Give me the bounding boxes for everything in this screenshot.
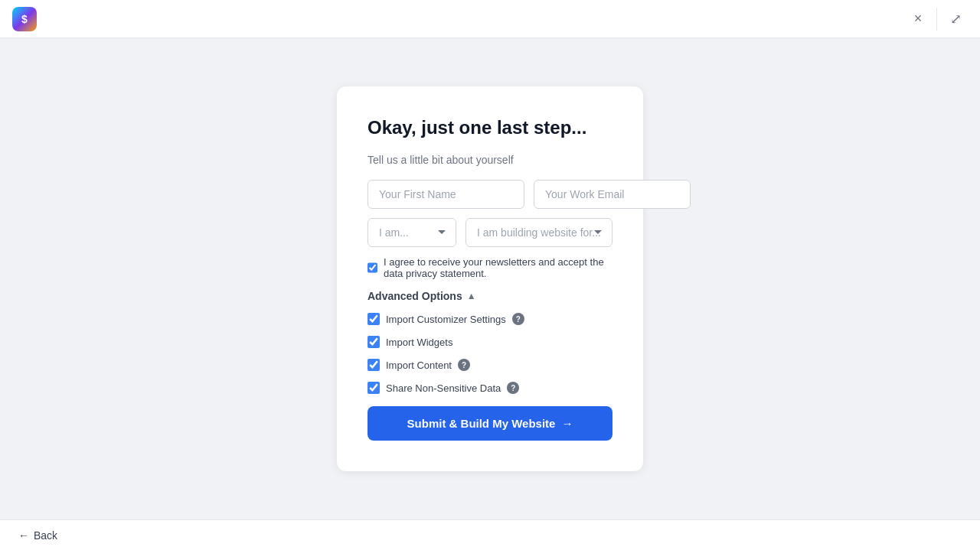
import-widgets-row: Import Widgets bbox=[368, 336, 612, 348]
back-label: Back bbox=[34, 529, 57, 542]
first-name-input[interactable] bbox=[368, 180, 524, 209]
share-data-label: Share Non-Sensitive Data bbox=[386, 382, 501, 394]
bottom-bar: ← Back bbox=[0, 519, 980, 550]
card-title: Okay, just one last step... bbox=[368, 117, 612, 138]
import-content-checkbox[interactable] bbox=[368, 359, 380, 371]
work-email-input[interactable] bbox=[534, 180, 691, 209]
import-customizer-checkbox[interactable] bbox=[368, 313, 380, 325]
back-arrow-icon: ← bbox=[18, 529, 29, 542]
external-link-button[interactable]: ⤢ bbox=[943, 7, 968, 31]
newsletter-checkbox[interactable] bbox=[368, 262, 377, 274]
divider bbox=[936, 8, 937, 31]
card-subtitle: Tell us a little bit about yourself bbox=[368, 154, 612, 166]
back-button[interactable]: ← Back bbox=[18, 529, 57, 542]
top-bar-actions: × ⤢ bbox=[906, 7, 968, 31]
close-icon: × bbox=[914, 11, 923, 27]
main-content: Okay, just one last step... Tell us a li… bbox=[0, 38, 980, 519]
share-data-row: Share Non-Sensitive Data ? bbox=[368, 382, 612, 394]
submit-button[interactable]: Submit & Build My Website → bbox=[368, 406, 612, 441]
external-link-icon: ⤢ bbox=[950, 11, 962, 28]
share-data-checkbox[interactable] bbox=[368, 382, 380, 394]
app-logo: $ bbox=[12, 7, 37, 31]
top-bar: $ × ⤢ bbox=[0, 0, 980, 38]
share-data-help-icon[interactable]: ? bbox=[507, 382, 519, 394]
import-customizer-row: Import Customizer Settings ? bbox=[368, 313, 612, 325]
import-widgets-label: Import Widgets bbox=[386, 337, 452, 348]
newsletter-label: I agree to receive your newsletters and … bbox=[384, 256, 612, 279]
import-content-row: Import Content ? bbox=[368, 359, 612, 371]
close-button[interactable]: × bbox=[906, 7, 930, 31]
import-customizer-help-icon[interactable]: ? bbox=[512, 313, 524, 325]
building-select[interactable]: I am building website for... bbox=[466, 218, 612, 247]
import-content-help-icon[interactable]: ? bbox=[458, 359, 470, 371]
advanced-options-toggle[interactable]: Advanced Options ▲ bbox=[368, 290, 612, 302]
import-content-label: Import Content bbox=[386, 360, 452, 371]
advanced-options-chevron-icon: ▲ bbox=[467, 291, 476, 301]
import-widgets-checkbox[interactable] bbox=[368, 336, 380, 348]
import-customizer-label: Import Customizer Settings bbox=[386, 314, 506, 325]
name-email-row bbox=[368, 180, 612, 209]
advanced-options-container: Import Customizer Settings ? Import Widg… bbox=[368, 313, 612, 394]
advanced-options-label: Advanced Options bbox=[368, 290, 462, 302]
submit-arrow-icon: → bbox=[561, 417, 573, 430]
onboarding-card: Okay, just one last step... Tell us a li… bbox=[337, 86, 643, 471]
newsletter-checkbox-row: I agree to receive your newsletters and … bbox=[368, 256, 612, 279]
logo-text: $ bbox=[21, 13, 28, 25]
role-select[interactable]: I am... bbox=[368, 218, 456, 247]
submit-label: Submit & Build My Website bbox=[407, 417, 556, 430]
role-building-row: I am... I am building website for... bbox=[368, 218, 612, 247]
